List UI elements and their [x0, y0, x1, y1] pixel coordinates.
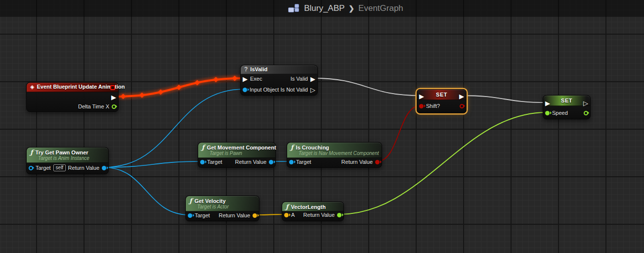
node-is-crouching[interactable]: ƒIs CrouchingTarget is Nav Movement Comp…: [287, 142, 382, 168]
data-pin-icon: [243, 88, 247, 92]
breadcrumb-blueprint-name[interactable]: Blury_ABP: [304, 3, 344, 13]
exec-pin-icon: ▶: [111, 94, 116, 101]
exec-flow-bubble: [176, 85, 181, 90]
node-title: Try Get Pawn Owner: [36, 150, 88, 155]
node-get-velocity[interactable]: ƒGet VelocityTarget is ActorTargetReturn…: [185, 196, 259, 221]
node-subtitle: Target is Nav Movement Component: [299, 151, 382, 156]
pin-label: Return Value: [342, 159, 373, 165]
data-pin-icon: [584, 111, 588, 115]
pin-label: Target: [207, 159, 222, 165]
wire-pawn-to-getmove-target[interactable]: [104, 161, 202, 167]
node-title: Get Movement Component: [207, 145, 276, 151]
pin-return-out[interactable]: Return Value: [68, 163, 106, 172]
pin-exec-in[interactable]: ▶: [419, 92, 424, 101]
pin-is-not-valid-out[interactable]: ▷Is Not Valid: [281, 85, 315, 94]
function-icon: ƒ: [189, 197, 192, 204]
node-event-update-anim[interactable]: ◈Event Blueprint Update Animation▶Delta …: [26, 82, 119, 112]
exec-flow-bubble: [158, 90, 163, 95]
pin-shift-out[interactable]: [460, 101, 464, 110]
exec-pin-icon: ▷: [583, 100, 588, 106]
function-icon: ƒ: [286, 203, 289, 210]
breadcrumb-graph-name[interactable]: EventGraph: [358, 3, 403, 13]
wire-pawn-to-getvel-target[interactable]: [104, 167, 189, 215]
pin-shift-in[interactable]: Shift?: [419, 101, 440, 110]
exec-flow-bubble-glow: [195, 80, 200, 85]
pin-speed-in[interactable]: Speed: [545, 108, 568, 117]
node-get-movement-component[interactable]: ƒGet Movement ComponentTarget is PawnTar…: [198, 142, 276, 168]
node-set-shift[interactable]: SET▶▶Shift?: [417, 89, 467, 113]
pin-default-value[interactable]: self: [53, 164, 66, 171]
pin-a-in[interactable]: A: [284, 210, 295, 219]
data-pin-icon: [253, 213, 257, 218]
wire-exec-event-to-isvalid[interactable]: [114, 78, 244, 97]
breadcrumb-separator-icon: ❯: [348, 4, 354, 12]
pin-target-in[interactable]: Target: [200, 157, 222, 166]
data-pin-icon: [419, 104, 424, 108]
pin-exec-out[interactable]: ▶: [459, 92, 464, 101]
pin-is-valid-out[interactable]: ▶Is Valid: [291, 74, 315, 83]
pin-return-out[interactable]: Return Value: [303, 210, 342, 219]
node-header: ◈Event Blueprint Update Animation: [27, 83, 118, 92]
pin-target-in[interactable]: Target: [188, 211, 210, 220]
pin-label: Target: [296, 159, 311, 165]
wire-iscrouch-to-setshift[interactable]: [377, 105, 421, 161]
data-pin-icon: [337, 213, 342, 217]
pin-target-in[interactable]: Target: [289, 157, 311, 166]
data-pin-icon: [460, 104, 464, 108]
pin-label: A: [291, 212, 295, 218]
node-header: ƒGet Movement ComponentTarget is Pawn: [198, 143, 275, 158]
pin-label: Delta Time X: [78, 103, 109, 109]
blueprint-graph-canvas[interactable]: Blury_ABP ❯ EventGraph ◈Event Blueprint …: [0, 0, 644, 253]
pin-return-out[interactable]: Return Value: [235, 157, 273, 166]
data-pin-icon: [289, 160, 294, 164]
node-subtitle: Target is Anim Instance: [38, 155, 108, 161]
pin-return-out[interactable]: Return Value: [342, 157, 380, 166]
exec-pin-icon: ▷: [310, 87, 315, 93]
data-pin-icon: [269, 160, 273, 164]
exec-flow-bubble-glow: [213, 77, 218, 82]
node-title: VectorLength: [291, 204, 326, 210]
exec-flow-bubble-glow: [158, 90, 163, 95]
node-is-valid[interactable]: ?IsValid▶ExecInput Object▶Is Valid▷Is No…: [240, 65, 318, 96]
node-header: ƒTry Get Pawn OwnerTarget is Anim Instan…: [27, 148, 108, 163]
node-try-get-pawn-owner[interactable]: ƒTry Get Pawn OwnerTarget is Anim Instan…: [26, 147, 109, 174]
pin-label: Shift?: [426, 103, 440, 109]
data-pin-icon: [112, 104, 116, 109]
pin-label: Target: [36, 165, 51, 171]
pin-label: Exec: [250, 76, 262, 82]
pin-speed-out[interactable]: [584, 108, 588, 117]
data-pin-icon: [102, 166, 106, 170]
exec-flow-bubble-glow: [121, 94, 126, 99]
pin-label: Speed: [552, 110, 568, 116]
node-set-speed[interactable]: SET▶▷Speed: [543, 95, 591, 119]
exec-flow-bubble: [213, 77, 218, 82]
exec-flow-bubble-glow: [176, 85, 181, 90]
pin-exec-out[interactable]: ▷: [583, 99, 588, 107]
pin-delta-time-x[interactable]: Delta Time X: [78, 102, 116, 111]
pin-exec-out[interactable]: ▶: [111, 93, 116, 101]
exec-flow-bubble: [232, 76, 237, 81]
function-icon: ƒ: [291, 144, 294, 151]
pin-label: Input Object: [250, 87, 279, 93]
exec-flow-bubble-glow: [139, 93, 145, 98]
wire-exec-setshift-to-setspeed[interactable]: [462, 96, 547, 102]
node-header: ?IsValid: [241, 65, 317, 74]
pin-return-out[interactable]: Return Value: [219, 211, 257, 220]
question-mark-icon: ?: [244, 66, 248, 72]
pin-exec-in[interactable]: ▶: [545, 99, 550, 107]
pin-label: Return Value: [235, 159, 266, 165]
node-title: Get Velocity: [195, 198, 226, 204]
data-pin-icon: [188, 213, 192, 218]
exec-pin-icon: ▶: [545, 100, 550, 106]
delegate-pin[interactable]: [110, 85, 115, 90]
pin-input-object[interactable]: Input Object: [243, 85, 279, 94]
data-pin-icon: [375, 160, 380, 164]
node-vector-length[interactable]: ƒVectorLengthAReturn Value: [282, 202, 344, 221]
node-header: ƒIs CrouchingTarget is Nav Movement Comp…: [287, 143, 382, 158]
pin-target-in[interactable]: Targetself: [29, 163, 66, 172]
wire-exec-isvalid-to-setshift[interactable]: [313, 78, 421, 96]
exec-pin-icon: ▶: [459, 93, 464, 100]
pin-label: Return Value: [219, 212, 250, 218]
exec-flow-bubble: [121, 94, 126, 99]
pin-exec-in[interactable]: ▶Exec: [243, 74, 262, 83]
